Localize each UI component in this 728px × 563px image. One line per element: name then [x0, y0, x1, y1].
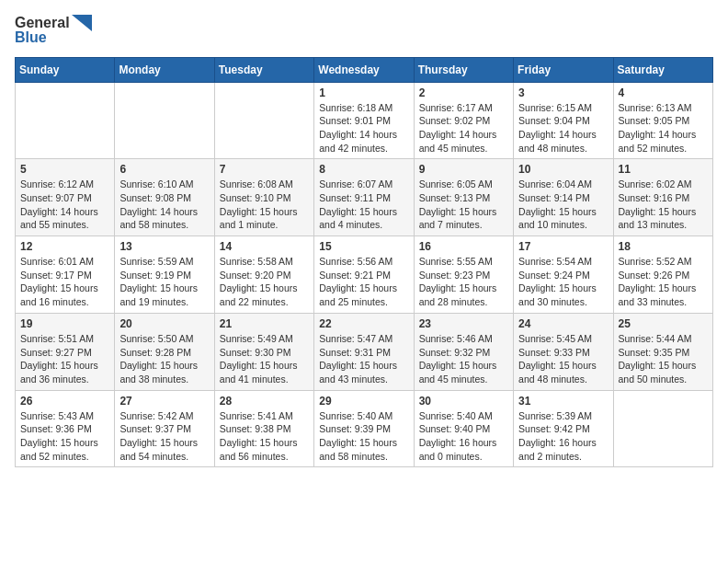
day-info: Sunrise: 5:56 AMSunset: 9:21 PMDaylight:… [319, 255, 408, 309]
page-header: General Blue [15, 15, 713, 46]
calendar-day-cell: 13Sunrise: 5:59 AMSunset: 9:19 PMDayligh… [115, 236, 214, 314]
day-number: 30 [419, 395, 508, 408]
weekday-header-friday: Friday [514, 57, 613, 82]
calendar-day-cell: 25Sunrise: 5:44 AMSunset: 9:35 PMDayligh… [613, 313, 712, 390]
day-info: Sunrise: 5:39 AMSunset: 9:42 PMDaylight:… [518, 409, 608, 464]
calendar-day-cell: 27Sunrise: 5:42 AMSunset: 9:37 PMDayligh… [115, 390, 214, 467]
day-info: Sunrise: 6:10 AMSunset: 9:08 PMDaylight:… [119, 178, 209, 232]
calendar-day-cell: 24Sunrise: 5:45 AMSunset: 9:33 PMDayligh… [514, 313, 613, 390]
weekday-header-row: SundayMondayTuesdayWednesdayThursdayFrid… [16, 57, 713, 82]
day-info: Sunrise: 6:02 AMSunset: 9:16 PMDaylight:… [619, 178, 708, 232]
calendar-week-row: 12Sunrise: 6:01 AMSunset: 9:17 PMDayligh… [16, 236, 713, 314]
weekday-header-thursday: Thursday [414, 57, 513, 82]
calendar-day-cell: 5Sunrise: 6:12 AMSunset: 9:07 PMDaylight… [16, 159, 115, 236]
day-number: 19 [20, 317, 109, 330]
day-number: 20 [119, 317, 209, 330]
calendar-day-cell: 19Sunrise: 5:51 AMSunset: 9:27 PMDayligh… [16, 313, 115, 390]
logo-arrow-icon [72, 15, 92, 31]
calendar-day-cell: 7Sunrise: 6:08 AMSunset: 9:10 PMDaylight… [214, 159, 313, 236]
day-number: 24 [518, 317, 608, 330]
calendar-day-cell: 2Sunrise: 6:17 AMSunset: 9:02 PMDaylight… [414, 82, 513, 159]
weekday-header-monday: Monday [115, 57, 214, 82]
day-info: Sunrise: 6:08 AMSunset: 9:10 PMDaylight:… [220, 178, 309, 232]
day-info: Sunrise: 5:40 AMSunset: 9:39 PMDaylight:… [319, 409, 408, 464]
day-info: Sunrise: 6:17 AMSunset: 9:02 PMDaylight:… [419, 101, 508, 155]
day-info: Sunrise: 6:01 AMSunset: 9:17 PMDaylight:… [20, 255, 109, 309]
day-number: 16 [419, 240, 508, 253]
calendar-day-cell [115, 82, 214, 159]
day-info: Sunrise: 5:45 AMSunset: 9:33 PMDaylight:… [518, 332, 608, 386]
weekday-header-sunday: Sunday [16, 57, 115, 82]
day-number: 23 [419, 317, 508, 330]
day-number: 31 [518, 395, 608, 408]
svg-marker-0 [72, 15, 92, 31]
calendar-day-cell [613, 390, 712, 467]
calendar-day-cell: 9Sunrise: 6:05 AMSunset: 9:13 PMDaylight… [414, 159, 513, 236]
calendar-day-cell: 12Sunrise: 6:01 AMSunset: 9:17 PMDayligh… [16, 236, 115, 314]
calendar-day-cell: 28Sunrise: 5:41 AMSunset: 9:38 PMDayligh… [214, 390, 313, 467]
calendar-day-cell: 8Sunrise: 6:07 AMSunset: 9:11 PMDaylight… [314, 159, 414, 236]
day-info: Sunrise: 5:42 AMSunset: 9:37 PMDaylight:… [119, 409, 209, 464]
day-number: 21 [220, 317, 309, 330]
day-number: 1 [319, 86, 408, 99]
calendar-day-cell: 29Sunrise: 5:40 AMSunset: 9:39 PMDayligh… [314, 390, 414, 467]
calendar-day-cell: 20Sunrise: 5:50 AMSunset: 9:28 PMDayligh… [115, 313, 214, 390]
day-number: 12 [20, 240, 109, 253]
calendar-day-cell: 23Sunrise: 5:46 AMSunset: 9:32 PMDayligh… [414, 313, 513, 390]
day-info: Sunrise: 5:59 AMSunset: 9:19 PMDaylight:… [119, 255, 209, 309]
day-info: Sunrise: 5:55 AMSunset: 9:23 PMDaylight:… [419, 255, 508, 309]
day-number: 22 [319, 317, 408, 330]
calendar-day-cell: 3Sunrise: 6:15 AMSunset: 9:04 PMDaylight… [514, 82, 613, 159]
day-number: 13 [119, 240, 209, 253]
day-info: Sunrise: 5:54 AMSunset: 9:24 PMDaylight:… [518, 255, 608, 309]
calendar-day-cell: 1Sunrise: 6:18 AMSunset: 9:01 PMDaylight… [314, 82, 414, 159]
weekday-header-tuesday: Tuesday [214, 57, 313, 82]
calendar-day-cell: 22Sunrise: 5:47 AMSunset: 9:31 PMDayligh… [314, 313, 414, 390]
day-info: Sunrise: 6:13 AMSunset: 9:05 PMDaylight:… [619, 101, 708, 155]
calendar-day-cell: 18Sunrise: 5:52 AMSunset: 9:26 PMDayligh… [613, 236, 712, 314]
day-info: Sunrise: 5:47 AMSunset: 9:31 PMDaylight:… [319, 332, 408, 386]
calendar-week-row: 1Sunrise: 6:18 AMSunset: 9:01 PMDaylight… [16, 82, 713, 159]
logo-container: General Blue [15, 15, 92, 46]
day-info: Sunrise: 5:58 AMSunset: 9:20 PMDaylight:… [220, 255, 309, 309]
day-info: Sunrise: 6:18 AMSunset: 9:01 PMDaylight:… [319, 101, 408, 155]
day-number: 17 [518, 240, 608, 253]
day-number: 6 [119, 163, 209, 176]
weekday-header-wednesday: Wednesday [314, 57, 414, 82]
day-number: 4 [619, 86, 708, 99]
calendar-day-cell: 15Sunrise: 5:56 AMSunset: 9:21 PMDayligh… [314, 236, 414, 314]
logo: General Blue [15, 15, 92, 46]
day-info: Sunrise: 5:41 AMSunset: 9:38 PMDaylight:… [220, 409, 309, 464]
day-info: Sunrise: 6:05 AMSunset: 9:13 PMDaylight:… [419, 178, 508, 232]
calendar-day-cell: 31Sunrise: 5:39 AMSunset: 9:42 PMDayligh… [514, 390, 613, 467]
day-info: Sunrise: 5:43 AMSunset: 9:36 PMDaylight:… [20, 409, 109, 464]
calendar-day-cell: 16Sunrise: 5:55 AMSunset: 9:23 PMDayligh… [414, 236, 513, 314]
calendar-day-cell: 30Sunrise: 5:40 AMSunset: 9:40 PMDayligh… [414, 390, 513, 467]
day-number: 7 [220, 163, 309, 176]
calendar-day-cell: 21Sunrise: 5:49 AMSunset: 9:30 PMDayligh… [214, 313, 313, 390]
day-number: 9 [419, 163, 508, 176]
weekday-header-saturday: Saturday [613, 57, 712, 82]
day-number: 27 [119, 395, 209, 408]
day-number: 2 [419, 86, 508, 99]
day-number: 10 [518, 163, 608, 176]
day-number: 25 [619, 317, 708, 330]
day-info: Sunrise: 6:07 AMSunset: 9:11 PMDaylight:… [319, 178, 408, 232]
day-info: Sunrise: 5:49 AMSunset: 9:30 PMDaylight:… [220, 332, 309, 386]
day-number: 14 [220, 240, 309, 253]
day-info: Sunrise: 5:40 AMSunset: 9:40 PMDaylight:… [419, 409, 508, 464]
day-number: 3 [518, 86, 608, 99]
day-number: 11 [619, 163, 708, 176]
logo-blue-text: Blue [15, 29, 47, 46]
day-number: 26 [20, 395, 109, 408]
day-info: Sunrise: 6:12 AMSunset: 9:07 PMDaylight:… [20, 178, 109, 232]
calendar-week-row: 26Sunrise: 5:43 AMSunset: 9:36 PMDayligh… [16, 390, 713, 467]
day-info: Sunrise: 5:46 AMSunset: 9:32 PMDaylight:… [419, 332, 508, 386]
day-number: 18 [619, 240, 708, 253]
calendar-day-cell: 4Sunrise: 6:13 AMSunset: 9:05 PMDaylight… [613, 82, 712, 159]
day-number: 8 [319, 163, 408, 176]
day-info: Sunrise: 5:52 AMSunset: 9:26 PMDaylight:… [619, 255, 708, 309]
day-info: Sunrise: 5:50 AMSunset: 9:28 PMDaylight:… [119, 332, 209, 386]
day-number: 29 [319, 395, 408, 408]
day-number: 28 [220, 395, 309, 408]
